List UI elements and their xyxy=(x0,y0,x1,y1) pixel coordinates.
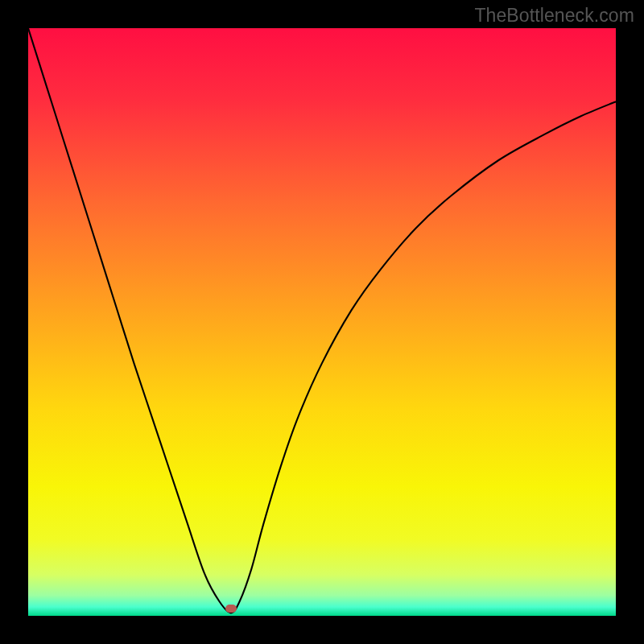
watermark-text: TheBottleneck.com xyxy=(474,5,634,27)
optimal-point-marker xyxy=(225,605,237,613)
background-gradient xyxy=(28,28,616,616)
outer-frame: TheBottleneck.com xyxy=(0,0,644,644)
plot-area xyxy=(28,28,616,616)
svg-rect-0 xyxy=(28,28,616,616)
